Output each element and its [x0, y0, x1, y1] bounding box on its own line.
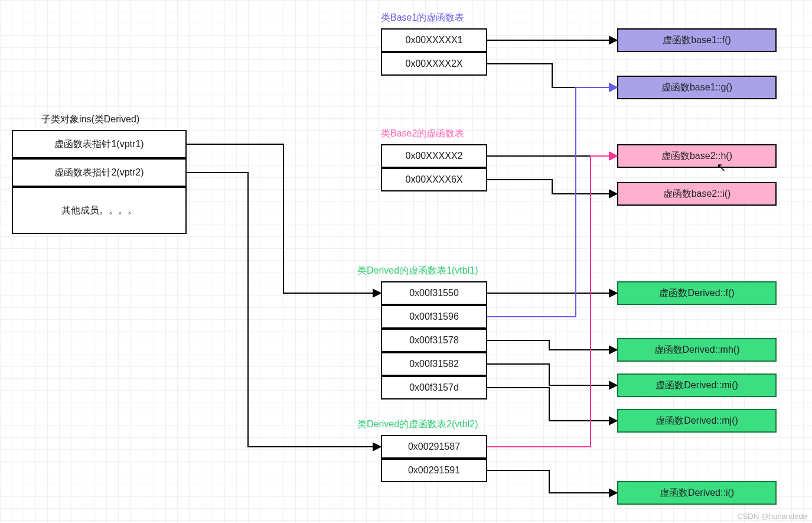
base2-row0: 0x00XXXXX2 — [381, 144, 487, 168]
fn-base2-i: 虚函数base2::i() — [617, 182, 777, 206]
base1-row0: 0x00XXXXX1 — [381, 28, 487, 52]
obj-row-vptr1: 虚函数表指针1(vptr1) — [12, 130, 187, 158]
vtbl2-title: 类Derived的虚函数表2(vtbl2) — [357, 418, 478, 431]
vtbl2-row0: 0x00291587 — [381, 435, 487, 459]
vtbl1-row3: 0x00f31582 — [381, 352, 487, 376]
vtbl1-row1: 0x00f31596 — [381, 305, 487, 329]
vtbl1-title: 类Derived的虚函数表1(vtbl1) — [357, 265, 478, 277]
watermark: CSDN @hunandede — [737, 512, 807, 521]
base1-row1: 0x00XXXX2X — [381, 52, 487, 76]
fn-base1-f: 虚函数base1::f() — [617, 28, 777, 52]
fn-derived-mj: 虚函数Derived::mj() — [617, 409, 777, 433]
fn-derived-i: 虚函数Derived::i() — [617, 481, 777, 505]
fn-base2-h: 虚函数base2::h() — [617, 144, 777, 168]
base2-title: 类Base2的虚函数表 — [381, 128, 464, 140]
base1-title: 类Base1的虚函数表 — [381, 12, 464, 24]
fn-derived-mi: 虚函数Derived::mi() — [617, 373, 777, 397]
vtbl1-row0: 0x00f31550 — [381, 281, 487, 305]
fn-derived-f: 虚函数Derived::f() — [617, 281, 777, 305]
obj-row-vptr2: 虚函数表指针2(vptr2) — [12, 158, 187, 187]
vtbl1-row4: 0x00f3157d — [381, 376, 487, 399]
fn-base1-g: 虚函数base1::g() — [617, 76, 777, 99]
object-title: 子类对象ins(类Derived) — [41, 113, 139, 126]
fn-derived-mh: 虚函数Derived::mh() — [617, 338, 777, 362]
obj-row-other: 其他成员。。。。 — [12, 187, 187, 234]
vtbl2-row1: 0x00291591 — [381, 459, 487, 482]
base2-row1: 0x00XXXX6X — [381, 168, 487, 191]
vtbl1-row2: 0x00f31578 — [381, 329, 487, 352]
